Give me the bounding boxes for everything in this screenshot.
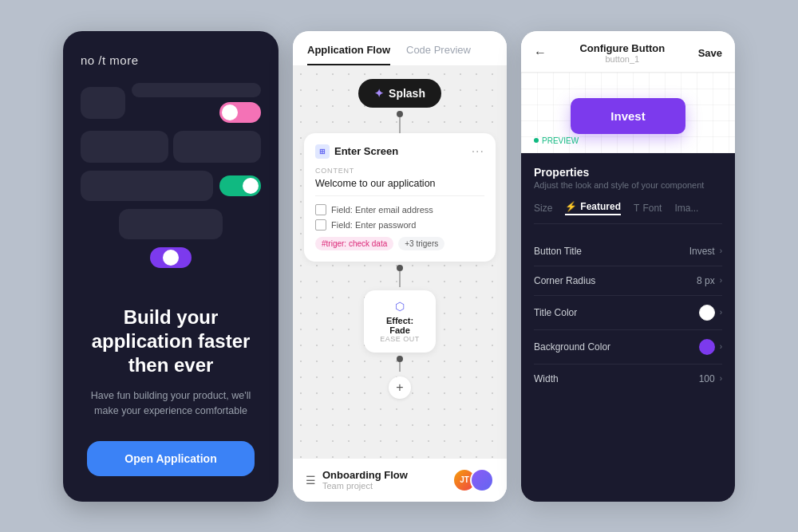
title-color-value-row[interactable]: ›	[699, 305, 722, 321]
footer-left: ☰ Onboarding Flow Team project	[306, 469, 408, 491]
node-dot	[397, 356, 403, 362]
field-icon	[315, 219, 326, 231]
toggle-dot	[163, 250, 179, 266]
more-options-icon[interactable]: ···	[472, 144, 484, 159]
effect-sub: EASE OUT	[377, 335, 423, 343]
width-value: 100	[699, 373, 715, 384]
flow-line	[399, 117, 401, 133]
mock-block	[119, 209, 223, 239]
tag-more-triggers[interactable]: +3 trigers	[398, 237, 444, 250]
enter-screen-card: ⊞ Enter Screen ··· CONTENT Welcome to ou…	[304, 133, 496, 262]
p3-title-wrap: Configure Button button_1	[579, 42, 665, 64]
open-application-button[interactable]: Open Application	[87, 441, 255, 476]
mock-block	[173, 131, 261, 163]
panel2-body: ✦ Splash ⊞ Enter Screen ··· CONTENT Welc…	[293, 66, 507, 458]
toggle-green[interactable]	[219, 175, 261, 196]
properties-panel: Properties Adjust the look and style of …	[521, 153, 735, 502]
lightning-icon: ⚡	[565, 201, 577, 212]
flow-line	[399, 271, 401, 287]
background-color-value-row[interactable]: ›	[699, 339, 722, 355]
background-color-label: Background Color	[534, 341, 610, 353]
prop-row-title-color: Title Color ›	[534, 296, 722, 330]
effect-node[interactable]: ⬡ Effect: Fade EASE OUT	[364, 290, 436, 353]
prop-row-corner-radius: Corner Radius 8 px ›	[534, 266, 722, 296]
prop-row-background-color: Background Color ›	[534, 330, 722, 365]
corner-radius-value-row[interactable]: 8 px ›	[697, 275, 722, 286]
panel2-footer: ☰ Onboarding Flow Team project JT	[293, 458, 507, 502]
panel-application-flow: Application Flow Code Preview ✦ Splash ⊞…	[293, 31, 507, 502]
width-label: Width	[534, 373, 559, 384]
panel1-title: Build your application faster then ever	[87, 305, 255, 377]
effect-title: Effect: Fade	[377, 316, 423, 335]
footer-info: Onboarding Flow Team project	[322, 469, 408, 491]
toggle-purple[interactable]	[150, 247, 192, 268]
enter-screen-icon: ⊞	[315, 144, 330, 159]
splash-label: Splash	[389, 87, 425, 100]
prop-row-width: Width 100 ›	[534, 365, 722, 393]
mock-block	[132, 83, 261, 97]
mock-block	[81, 131, 168, 163]
mock-row-4	[81, 209, 261, 239]
panel1-top: no /t more	[81, 53, 261, 276]
ui-mockup	[81, 83, 261, 268]
enter-screen-label: Enter Screen	[334, 145, 398, 157]
footer-avatars: JT	[452, 468, 494, 492]
tab-image[interactable]: Ima...	[674, 201, 698, 215]
mock-block	[81, 87, 125, 119]
mock-row-3	[81, 171, 261, 201]
footer-sub: Team project	[322, 481, 408, 491]
chevron-right-icon: ›	[720, 308, 722, 317]
flow-line	[399, 362, 401, 372]
corner-radius-value: 8 px	[697, 275, 715, 286]
main-container: no /t more	[39, 7, 759, 526]
panel3-preview: Invest PREVIEW	[521, 73, 735, 153]
field-row-1: Field: Enter email address	[315, 204, 484, 215]
tab-featured[interactable]: ⚡ Featured	[565, 201, 621, 215]
es-header: ⊞ Enter Screen ···	[315, 144, 484, 159]
footer-title: Onboarding Flow	[322, 469, 408, 481]
mock-row-5	[81, 247, 261, 268]
tag-trigger[interactable]: #triger: check data	[315, 237, 393, 250]
panel2-tabs: Application Flow Code Preview	[307, 44, 492, 65]
panel-dark-preview: no /t more	[63, 31, 279, 502]
effect-icon: ⬡	[377, 300, 423, 313]
chevron-right-icon: ›	[720, 276, 722, 285]
button-title-value-row[interactable]: Invest ›	[689, 246, 722, 257]
button-title-label: Button Title	[534, 246, 582, 257]
toggle-pink[interactable]	[219, 102, 261, 123]
prop-row-button-title: Button Title Invest ›	[534, 237, 722, 266]
properties-title: Properties	[534, 166, 722, 179]
preview-dot	[534, 138, 539, 143]
field1-label: Field: Enter email address	[331, 205, 433, 215]
width-value-row[interactable]: 100 ›	[699, 373, 722, 384]
color-swatch-white	[699, 305, 715, 321]
splash-node[interactable]: ✦ Splash	[358, 79, 441, 108]
avatar-img	[470, 468, 494, 492]
corner-radius-label: Corner Radius	[534, 275, 595, 286]
panel3-header: ← Configure Button button_1 Save	[521, 31, 735, 73]
panel2-header: Application Flow Code Preview	[293, 31, 507, 66]
tab-application-flow[interactable]: Application Flow	[307, 44, 390, 65]
properties-sub: Adjust the look and style of your compon…	[534, 180, 722, 190]
invest-button[interactable]: Invest	[571, 98, 685, 134]
button-title-value: Invest	[689, 246, 715, 257]
save-button[interactable]: Save	[698, 47, 722, 59]
field-row-2: Field: Enter password	[315, 219, 484, 231]
back-button[interactable]: ←	[534, 45, 547, 60]
content-text: Welcome to our application	[315, 178, 484, 196]
chevron-right-icon: ›	[720, 246, 722, 255]
tab-size[interactable]: Size	[534, 201, 552, 215]
hamburger-icon[interactable]: ☰	[306, 474, 316, 487]
toggle-dot	[243, 178, 259, 194]
panel1-content: Build your application faster then ever …	[81, 305, 261, 476]
logo-text: no /t more	[81, 53, 261, 67]
chevron-right-icon: ›	[720, 374, 722, 383]
tab-font[interactable]: T Font	[634, 201, 662, 215]
chevron-right-icon: ›	[720, 342, 722, 351]
content-label: CONTENT	[315, 167, 484, 175]
configure-button-title: Configure Button	[579, 42, 665, 54]
add-node-button[interactable]: +	[389, 376, 411, 399]
tab-code-preview[interactable]: Code Preview	[406, 44, 471, 65]
mock-row-2	[81, 131, 261, 163]
tags-row: #triger: check data +3 trigers	[315, 237, 484, 250]
